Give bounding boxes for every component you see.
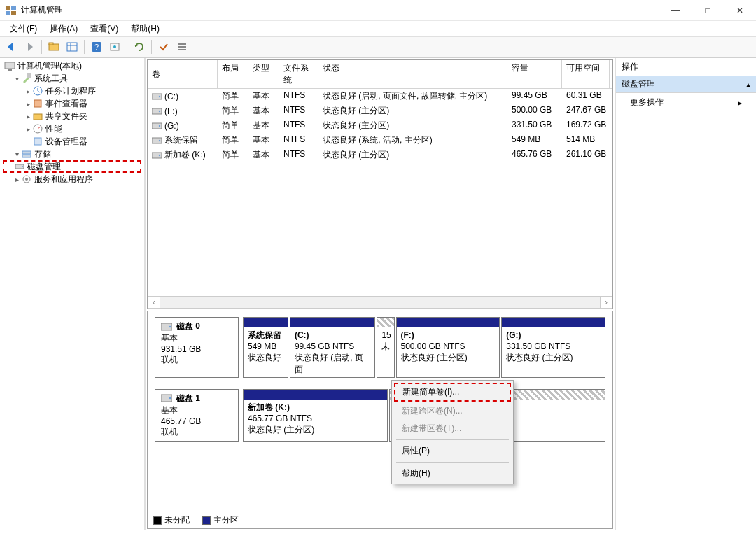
svg-point-12 <box>113 45 116 48</box>
maximize-button[interactable]: □ <box>692 0 724 21</box>
col-capacity[interactable]: 容量 <box>507 60 562 88</box>
tree-item-diskmgmt[interactable]: ▸ 磁盘管理 <box>3 160 141 173</box>
vol-fs: NTFS <box>279 134 318 147</box>
back-button[interactable] <box>3 38 20 55</box>
tree-storage[interactable]: ▾ 存储 <box>3 148 141 160</box>
list-icon[interactable] <box>174 38 190 55</box>
ctx-help[interactable]: 帮助(H) <box>393 465 512 482</box>
partition-bar <box>502 318 605 327</box>
view-icon[interactable] <box>64 38 80 55</box>
vol-free: 169.72 GB <box>562 119 610 132</box>
actions-pane: 操作 磁盘管理 ▴ 更多操作 ▸ <box>616 58 756 530</box>
col-free[interactable]: 可用空间 <box>562 60 610 88</box>
forward-button[interactable] <box>21 38 38 55</box>
svg-point-35 <box>159 125 160 126</box>
tree-services[interactable]: ▸ 服务和应用程序 <box>3 173 141 185</box>
svg-rect-6 <box>67 43 77 51</box>
tree-item-perf[interactable]: ▸ 性能 <box>3 122 141 135</box>
svg-point-31 <box>159 95 160 97</box>
svg-rect-15 <box>178 49 186 50</box>
menu-help[interactable]: 帮助(H) <box>125 22 165 36</box>
col-fs[interactable]: 文件系统 <box>279 60 318 88</box>
tree-storage-label: 存储 <box>34 148 51 160</box>
vol-fs: NTFS <box>279 90 318 103</box>
scroll-left-icon[interactable]: ‹ <box>148 296 160 309</box>
drive-icon <box>152 137 162 144</box>
tree-item-shared[interactable]: ▸ 共享文件夹 <box>3 110 141 122</box>
menu-file[interactable]: 文件(F) <box>4 22 43 36</box>
svg-rect-14 <box>178 46 186 48</box>
vol-free: 60.31 GB <box>562 90 610 103</box>
svg-rect-20 <box>34 100 41 107</box>
col-type[interactable]: 类型 <box>248 60 279 88</box>
vol-fs: NTFS <box>279 119 318 132</box>
settings-icon[interactable] <box>106 38 123 55</box>
menu-view[interactable]: 查看(V) <box>85 22 124 36</box>
more-actions-button[interactable]: 更多操作 ▸ <box>616 93 756 112</box>
ctx-new-striped-volume: 新建带区卷(T)... <box>393 420 512 437</box>
partition-size: 465.77 GB NTFS <box>248 413 383 424</box>
minimize-button[interactable]: — <box>659 0 692 21</box>
volume-table-header: 卷 布局 类型 文件系统 状态 容量 可用空间 <box>148 60 612 89</box>
close-button[interactable]: ✕ <box>724 0 756 21</box>
svg-rect-2 <box>6 11 10 15</box>
partition-name: 系统保留 <box>248 330 284 341</box>
col-status[interactable]: 状态 <box>318 60 507 88</box>
partition-name: (G:) <box>506 330 601 341</box>
ctx-properties[interactable]: 属性(P) <box>393 442 512 460</box>
folder-icon[interactable] <box>46 38 62 55</box>
vol-name: (C:) <box>164 92 178 101</box>
tree-sysitem[interactable]: ▾ 系统工具 <box>3 72 141 85</box>
vol-status: 状态良好 (主分区) <box>318 104 507 118</box>
table-row[interactable]: 新加卷 (K:)简单基本NTFS状态良好 (主分区)465.76 GB261.1… <box>148 148 612 162</box>
disk-label[interactable]: 磁盘 1基本465.77 GB联机 <box>155 389 239 442</box>
ctx-new-simple-volume[interactable]: 新建简单卷(I)... <box>394 383 511 402</box>
expand-icon: ▸ <box>24 100 32 108</box>
table-row[interactable]: (F:)简单基本NTFS状态良好 (主分区)500.00 GB247.67 GB <box>148 104 612 118</box>
actions-section-label: 磁盘管理 <box>622 78 655 90</box>
actions-section[interactable]: 磁盘管理 ▴ <box>616 76 756 93</box>
titlebar: 计算机管理 — □ ✕ <box>0 0 756 21</box>
disk-label[interactable]: 磁盘 0基本931.51 GB联机 <box>155 317 239 378</box>
partition-status: 状态良好 (启动, 页面 <box>295 352 371 374</box>
vol-fs: NTFS <box>279 148 318 162</box>
refresh-icon[interactable] <box>131 38 148 55</box>
vol-type: 基本 <box>248 148 279 162</box>
partition[interactable]: (C:)99.45 GB NTFS状态良好 (启动, 页面 <box>290 317 376 378</box>
more-actions-label: 更多操作 <box>630 97 664 108</box>
partition-bar <box>397 318 500 327</box>
help-question-icon[interactable]: ? <box>88 38 105 55</box>
svg-point-43 <box>169 397 172 400</box>
col-volume[interactable]: 卷 <box>148 60 218 88</box>
partition[interactable]: 系统保留549 MB状态良好 <box>243 317 288 378</box>
disk-size: 465.77 GB <box>161 416 232 426</box>
nav-tree: 计算机管理(本地) ▾ 系统工具 ▸ 任务计划程序 ▸ 事件查看器 ▸ 共享文件… <box>0 58 146 530</box>
scroll-track[interactable] <box>160 296 600 309</box>
tree-item-tasks[interactable]: ▸ 任务计划程序 <box>3 85 141 97</box>
col-layout[interactable]: 布局 <box>218 60 248 88</box>
partition[interactable]: 新加卷 (K:)465.77 GB NTFS状态良好 (主分区) <box>243 389 388 442</box>
menu-action[interactable]: 操作(A) <box>44 22 83 36</box>
tree-item-devmgr[interactable]: ▸ 设备管理器 <box>3 135 141 148</box>
partition[interactable]: (F:)500.00 GB NTFS状态良好 (主分区) <box>396 317 500 378</box>
vol-layout: 简单 <box>218 148 248 162</box>
tree-item-events[interactable]: ▸ 事件查看器 <box>3 97 141 110</box>
table-row[interactable]: (G:)简单基本NTFS状态良好 (主分区)331.50 GB169.72 GB <box>148 118 612 133</box>
svg-rect-21 <box>34 114 42 120</box>
check-icon[interactable] <box>155 38 172 55</box>
vol-type: 基本 <box>248 90 279 103</box>
partition[interactable]: (G:)331.50 GB NTFS状态良好 (主分区) <box>501 317 606 378</box>
disk-icon <box>161 394 172 402</box>
h-scrollbar[interactable]: ‹ › <box>148 296 612 309</box>
partition-name: 新加卷 (K:) <box>248 402 383 413</box>
main: 计算机管理(本地) ▾ 系统工具 ▸ 任务计划程序 ▸ 事件查看器 ▸ 共享文件… <box>0 57 756 530</box>
storage-icon <box>21 148 32 160</box>
table-row[interactable]: (C:)简单基本NTFS状态良好 (启动, 页面文件, 故障转储, 主分区)99… <box>148 89 612 104</box>
partition-status: 状态良好 (主分区) <box>248 424 383 435</box>
table-row[interactable]: 系统保留简单基本NTFS状态良好 (系统, 活动, 主分区)549 MB514 … <box>148 133 612 148</box>
partition-unallocated[interactable]: 15未 <box>377 317 394 378</box>
disk-status: 联机 <box>161 426 232 438</box>
tree-root[interactable]: 计算机管理(本地) <box>3 59 141 72</box>
svg-rect-13 <box>178 43 186 45</box>
scroll-right-icon[interactable]: › <box>600 296 612 309</box>
